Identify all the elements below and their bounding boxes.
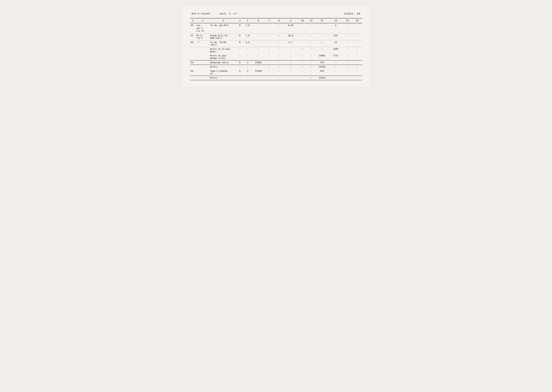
col-header-14: I4 bbox=[343, 18, 352, 23]
row-col11: – bbox=[307, 40, 315, 47]
col-header-6: 6 bbox=[253, 18, 264, 23]
row-col10: – bbox=[298, 40, 307, 47]
row-col7: – bbox=[264, 47, 274, 54]
row-unit: М bbox=[237, 40, 243, 47]
row-col14: – bbox=[343, 76, 352, 80]
row-col8: – bbox=[274, 76, 284, 80]
row-col5: – bbox=[243, 65, 252, 69]
header-line: 903-9-14цн86 Альб. X -27- 21663- 08 bbox=[190, 13, 362, 15]
row-col14: – bbox=[343, 65, 352, 69]
row-col10: – bbox=[298, 76, 307, 80]
row-ref bbox=[196, 54, 209, 60]
row-ref bbox=[196, 69, 209, 76]
row-unit: М bbox=[237, 23, 243, 34]
row-col7: – bbox=[264, 65, 274, 69]
col-header-13: I3 bbox=[329, 18, 343, 23]
row-col12: I4I60 bbox=[315, 65, 329, 69]
row-num: 49. bbox=[190, 60, 196, 65]
row-col14: – bbox=[343, 54, 352, 60]
header-code-left: 903-9-14цн86 bbox=[192, 13, 210, 15]
row-desc: Итого по II раз-делу: bbox=[209, 47, 237, 54]
row-col5: – bbox=[243, 47, 252, 54]
row-col15: – bbox=[352, 40, 362, 47]
row-col7: – bbox=[264, 34, 274, 40]
col-header-12: I2 bbox=[315, 18, 329, 23]
row-col7: – bbox=[264, 23, 274, 34]
row-col10: –– bbox=[298, 47, 307, 54]
row-unit: – bbox=[237, 65, 243, 69]
row-num: 50. bbox=[190, 69, 196, 76]
row-col9: 0,60 bbox=[284, 23, 298, 34]
table-row: 49. Запасные части % 2 I3882 – – –– – – … bbox=[190, 60, 362, 65]
row-col15: – bbox=[352, 60, 362, 65]
table-header-row: I 2 3 4 5 6 7 8 9 IO II I2 I3 I4 I5 bbox=[190, 18, 362, 23]
col-header-3: 3 bbox=[209, 18, 237, 23]
row-unit: – bbox=[237, 76, 243, 80]
row-col5: 2 bbox=[243, 60, 252, 65]
row-col11: – bbox=[307, 60, 315, 65]
row-col11: – bbox=[307, 65, 315, 69]
col-header-10: IO bbox=[298, 18, 307, 23]
col-header-8: 8 bbox=[274, 18, 284, 23]
row-col10: – bbox=[298, 60, 307, 65]
row-col14: – bbox=[343, 40, 352, 47]
row-desc: Тара и упаков-ка bbox=[209, 69, 237, 76]
row-unit: – bbox=[237, 54, 243, 60]
row-ref bbox=[196, 76, 209, 80]
row-ref: Спр.цен Iстр.70 bbox=[196, 23, 209, 34]
col-header-7: 7 bbox=[264, 18, 274, 23]
row-col10: – bbox=[298, 65, 307, 69]
row-desc: Итого по раз-делам (I+II) bbox=[209, 54, 237, 60]
row-col6: – bbox=[253, 47, 264, 54]
row-col15: – bbox=[352, 23, 362, 34]
row-col6: I3882 bbox=[253, 60, 264, 65]
row-col8: – bbox=[274, 65, 284, 69]
row-col15: – bbox=[352, 65, 362, 69]
row-col5: 2 bbox=[243, 69, 252, 76]
row-col9: – bbox=[284, 54, 298, 60]
table-row: 50. Тара и упаков-ка % 2 I4I60 – – – – –… bbox=[190, 69, 362, 76]
col-header-2: 2 bbox=[196, 18, 209, 23]
row-col9: 20,6 bbox=[284, 34, 298, 40]
row-col13: – bbox=[329, 76, 343, 80]
row-col8: – bbox=[274, 54, 284, 60]
row-col13: – bbox=[329, 60, 343, 65]
col-header-4: 4 bbox=[237, 18, 243, 23]
row-col11: –– bbox=[307, 76, 315, 80]
row-col15: – bbox=[352, 54, 362, 60]
col-header-1: I bbox=[190, 18, 196, 23]
row-desc: То же, I6-80–-94-У bbox=[209, 40, 237, 47]
row-col5: – bbox=[243, 76, 252, 80]
row-col14: – bbox=[343, 69, 352, 76]
table-row: 47. 05-I7стр.8 Рукав Б(I)-I6–200-2I5-У М… bbox=[190, 34, 362, 40]
row-desc: Итого: bbox=[209, 76, 237, 80]
row-col7: – bbox=[264, 40, 274, 47]
row-col14: – bbox=[343, 47, 352, 54]
table-row: Итого по II раз-делу: – – – – – – –– – –… bbox=[190, 47, 362, 54]
row-col15: – bbox=[352, 69, 362, 76]
row-col13: I409 bbox=[329, 47, 343, 54]
col-header-11: II bbox=[307, 18, 315, 23]
row-col5: 7,0 bbox=[243, 34, 252, 40]
row-ref bbox=[196, 60, 209, 65]
row-col6: – bbox=[253, 76, 264, 80]
row-unit: % bbox=[237, 60, 243, 65]
row-desc: Запасные части bbox=[209, 60, 237, 65]
row-col6: I4I60 bbox=[253, 69, 264, 76]
row-col6: – bbox=[253, 23, 264, 34]
row-col13: I727 bbox=[329, 54, 343, 60]
row-col7: – bbox=[264, 54, 274, 60]
row-col12: –– bbox=[315, 40, 329, 47]
row-col9: – bbox=[284, 65, 298, 69]
row-col11: – bbox=[307, 34, 315, 40]
row-ref bbox=[196, 47, 209, 54]
row-col7: – bbox=[264, 76, 274, 80]
row-col13: 4 bbox=[329, 23, 343, 34]
row-col9: – bbox=[284, 69, 298, 76]
row-col12: I4443 bbox=[315, 76, 329, 80]
row-col13: 23 bbox=[329, 40, 343, 47]
row-col10: – bbox=[298, 69, 307, 76]
header-code-right: 21663- 08 bbox=[344, 13, 360, 15]
row-col8: – bbox=[274, 69, 284, 76]
row-col6: – bbox=[253, 54, 264, 60]
